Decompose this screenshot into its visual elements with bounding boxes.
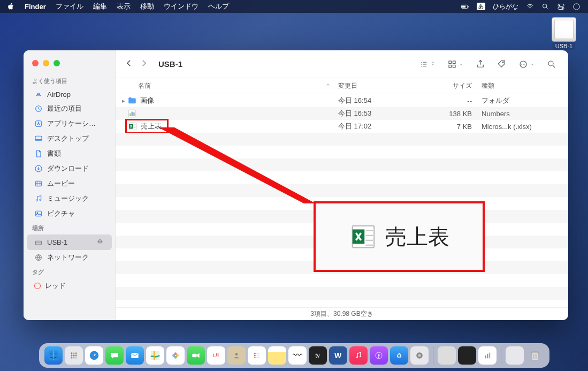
menubar-window[interactable]: ウインドウ — [164, 2, 198, 11]
dock-contacts[interactable] — [227, 346, 246, 365]
dock-recent-3[interactable] — [478, 346, 497, 365]
dock-mail[interactable] — [126, 346, 144, 365]
actions-button[interactable] — [515, 57, 538, 71]
dock-downloads[interactable] — [506, 346, 524, 365]
svg-point-50 — [71, 357, 72, 359]
siri-icon[interactable] — [572, 3, 581, 11]
close-button[interactable] — [32, 60, 39, 66]
sidebar-item-airdrop[interactable]: AirDrop — [27, 87, 112, 101]
sidebar-item-label: ダウンロード — [47, 164, 89, 173]
svg-point-48 — [73, 354, 74, 356]
dock-trash[interactable] — [526, 346, 544, 365]
dock-facetime[interactable] — [187, 346, 205, 365]
forward-button[interactable] — [139, 58, 149, 70]
window-title: USB-1 — [158, 59, 182, 69]
dock-recent-1[interactable] — [438, 346, 456, 365]
dock-music[interactable] — [349, 346, 368, 365]
sidebar-item-usb[interactable]: USB-1 — [27, 234, 112, 250]
dock-reminders[interactable] — [248, 346, 266, 365]
dock-notes[interactable] — [268, 346, 286, 365]
group-button[interactable] — [444, 57, 467, 71]
apple-icon[interactable] — [7, 3, 15, 10]
svg-point-46 — [75, 352, 77, 354]
column-size[interactable]: サイズ — [428, 81, 482, 90]
back-button[interactable] — [124, 58, 134, 70]
column-modified[interactable]: 変更日 — [338, 81, 428, 90]
dock-maps[interactable] — [146, 346, 164, 365]
sidebar-item-desktop[interactable]: デスクトップ — [27, 131, 112, 146]
view-list-button[interactable] — [416, 57, 439, 71]
disk-icon — [552, 17, 576, 42]
dock-appstore[interactable] — [390, 346, 408, 365]
status-text: 3項目、30.98 GB空き — [310, 309, 373, 319]
excel-file-icon — [349, 222, 378, 251]
dock-recent-2[interactable] — [458, 346, 476, 365]
svg-rect-34 — [132, 112, 133, 116]
control-center-icon[interactable] — [557, 3, 565, 11]
sidebar-item-music[interactable]: ミュージック — [27, 191, 112, 206]
sidebar-section-tags: タグ — [24, 265, 115, 278]
svg-point-67 — [378, 354, 379, 356]
svg-marker-38 — [158, 127, 315, 203]
svg-point-17 — [40, 199, 41, 201]
desktop-disk-usb[interactable]: USB-1 — [552, 17, 576, 49]
menubar-file[interactable]: ファイル — [56, 2, 83, 11]
dock-settings[interactable] — [410, 346, 429, 365]
sidebar-item-network[interactable]: ネットワーク — [27, 250, 112, 265]
zoom-button[interactable] — [54, 60, 60, 66]
eject-icon[interactable] — [96, 237, 104, 247]
svg-point-26 — [502, 62, 503, 63]
dock-word[interactable]: W — [329, 346, 347, 365]
file-row[interactable]: 売上表 今日 16:53 138 KB Numbers — [116, 107, 568, 120]
sidebar-item-pictures[interactable]: ピクチャ — [27, 206, 112, 221]
dock-podcasts[interactable] — [370, 346, 388, 365]
sidebar-item-movies[interactable]: ムービー — [27, 176, 112, 191]
callout-connector — [154, 123, 315, 209]
svg-point-49 — [75, 354, 77, 356]
menubar-go[interactable]: 移動 — [140, 2, 154, 11]
spotlight-icon[interactable] — [541, 3, 549, 11]
dock-tv[interactable]: tv — [309, 346, 327, 365]
file-size: 7 KB — [428, 123, 482, 131]
search-button[interactable] — [544, 57, 560, 71]
svg-rect-5 — [558, 4, 564, 6]
dock-finder[interactable] — [44, 346, 63, 365]
sidebar-item-applications[interactable]: アプリケーシ… — [27, 116, 112, 131]
tags-button[interactable] — [494, 57, 510, 71]
dock-freeform[interactable]: 〰 — [288, 346, 307, 365]
menubar-app-name[interactable]: Finder — [25, 3, 46, 11]
file-modified: 今日 17:02 — [338, 122, 428, 131]
svg-rect-59 — [192, 354, 196, 358]
file-row[interactable]: ▸ 画像 今日 16:54 -- フォルダ — [116, 94, 568, 107]
toolbar: USB-1 — [116, 50, 568, 78]
ime-mode[interactable]: ひらがな — [493, 2, 518, 11]
battery-icon[interactable] — [461, 3, 469, 11]
column-name[interactable]: 名前 — [138, 81, 338, 90]
disclosure-triangle-icon[interactable]: ▸ — [120, 97, 127, 104]
share-button[interactable] — [472, 57, 488, 71]
dock-safari[interactable] — [85, 346, 103, 365]
column-kind[interactable]: 種類 — [482, 81, 568, 90]
dock-messages[interactable] — [105, 346, 124, 365]
dock-calendar[interactable]: 1月 — [207, 346, 225, 365]
menubar-help[interactable]: ヘルプ — [208, 2, 229, 11]
svg-point-44 — [71, 352, 72, 354]
svg-rect-2 — [462, 5, 465, 7]
minimize-button[interactable] — [43, 60, 49, 66]
dock-separator — [433, 346, 433, 365]
wifi-icon[interactable] — [526, 3, 534, 11]
svg-rect-1 — [468, 6, 469, 7]
svg-point-42 — [50, 353, 51, 354]
sidebar-item-recents[interactable]: 最近の項目 — [27, 101, 112, 116]
menubar-edit[interactable]: 編集 — [93, 2, 107, 11]
svg-point-52 — [75, 357, 77, 359]
svg-point-58 — [172, 354, 175, 357]
svg-point-45 — [73, 352, 74, 354]
ime-badge[interactable]: あ — [477, 3, 485, 10]
dock-photos[interactable] — [166, 346, 185, 365]
dock-launchpad[interactable] — [65, 346, 83, 365]
sidebar-item-downloads[interactable]: ダウンロード — [27, 161, 112, 176]
menubar-view[interactable]: 表示 — [117, 2, 131, 11]
sidebar-item-tag-red[interactable]: レッド — [27, 278, 112, 293]
sidebar-item-documents[interactable]: 書類 — [27, 146, 112, 161]
